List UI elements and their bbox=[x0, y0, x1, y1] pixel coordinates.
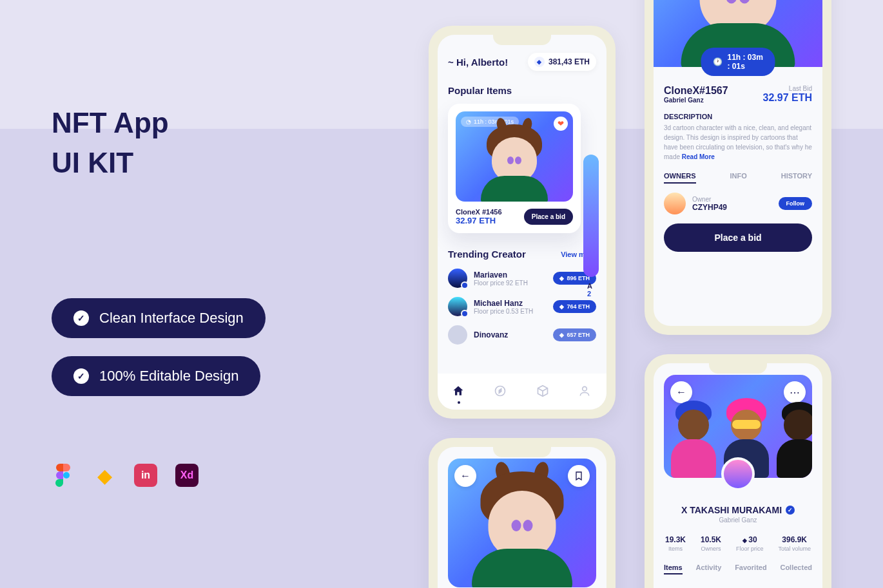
device-profile: ← ⋯ X TAKASHI MURAKAMI ✓ Gabriel Ganz 19… bbox=[645, 354, 831, 588]
device-home: ~ Hi, Alberto! ◆ 381,43 ETH Popular Item… bbox=[429, 26, 616, 419]
feature-pill-1: ✓ Clean Interface Design bbox=[52, 298, 266, 338]
creator-row[interactable]: Mariaven Floor price 92 ETH ◆896 ETH bbox=[448, 269, 596, 288]
sketch-icon: ◆ bbox=[93, 464, 116, 487]
feature-pill-2-label: 100% Editable Design bbox=[99, 368, 238, 384]
description-text: 3d cartoon character with a nice, clean,… bbox=[664, 123, 812, 162]
creator-sub: Floor price 92 ETH bbox=[474, 280, 528, 287]
check-icon: ✓ bbox=[73, 310, 89, 326]
creator-row[interactable]: Michael Hanz Floor price 0.53 ETH ◆764 E… bbox=[448, 297, 596, 316]
follow-button[interactable]: Follow bbox=[779, 197, 813, 210]
nft-title: CloneX #1456 bbox=[456, 208, 502, 216]
creator-sub: Floor price 0.53 ETH bbox=[474, 308, 533, 315]
svg-point-3 bbox=[583, 386, 587, 391]
favorite-button[interactable]: ❤ bbox=[554, 117, 568, 131]
svg-marker-2 bbox=[500, 389, 501, 394]
svg-point-0 bbox=[63, 472, 70, 479]
more-button[interactable]: ⋯ bbox=[784, 381, 806, 403]
creator-row[interactable]: Dinovanz ◆657 ETH bbox=[448, 325, 596, 345]
read-more-link[interactable]: Read More bbox=[682, 153, 715, 160]
nft-card-peek[interactable] bbox=[583, 155, 599, 277]
nft-name: CloneX#1567 bbox=[664, 85, 728, 97]
nft-card-peek-meta: A 2 bbox=[587, 282, 592, 298]
profile-tab-collected[interactable]: Collected bbox=[780, 564, 812, 574]
balance-value: 381,43 ETH bbox=[548, 57, 590, 66]
creator-price: ◆764 ETH bbox=[553, 300, 596, 313]
timer-chip: 🕐 11h : 03m : 01s bbox=[701, 48, 775, 76]
nft-price: 32.97 ETH bbox=[456, 216, 502, 225]
headline-1: NFT App bbox=[52, 103, 335, 143]
xd-icon: Xd bbox=[175, 464, 199, 487]
verified-badge-icon: ✓ bbox=[786, 506, 795, 515]
owner-label: Owner bbox=[692, 196, 727, 203]
stat-value: 10.5K bbox=[701, 535, 721, 544]
clock-icon: ◔ bbox=[466, 119, 471, 125]
nft-artwork bbox=[479, 118, 550, 202]
stat-value: ◆ 30 bbox=[736, 535, 764, 544]
tab-owners[interactable]: OWNERS bbox=[664, 172, 696, 184]
profile-tab-items[interactable]: Items bbox=[664, 564, 683, 574]
nft-card[interactable]: ◔ 11h : 03m : 01s ❤ CloneX #1456 32.97 E… bbox=[448, 104, 581, 233]
creator-avatar bbox=[448, 325, 467, 345]
balance-chip[interactable]: ◆ 381,43 ETH bbox=[528, 53, 596, 71]
creator-avatar bbox=[448, 269, 467, 288]
description-heading: DESCRIPTION bbox=[664, 113, 812, 120]
eth-icon: ◆ bbox=[534, 57, 545, 67]
profile-avatar[interactable] bbox=[721, 457, 755, 491]
trending-heading: Trending Creator bbox=[448, 249, 526, 260]
stat-value: 396.9K bbox=[778, 535, 811, 544]
profile-name: X TAKASHI MURAKAMI ✓ bbox=[664, 505, 812, 515]
creator-name: Dinovanz bbox=[474, 330, 508, 339]
tab-history[interactable]: HISTORY bbox=[781, 172, 812, 184]
tab-profile-icon[interactable] bbox=[578, 384, 592, 399]
owner-row[interactable]: Owner CZYHP49 Follow bbox=[664, 193, 812, 214]
feature-pill-2: ✓ 100% Editable Design bbox=[52, 356, 260, 396]
invision-icon: in bbox=[134, 464, 157, 487]
creator-price: ◆657 ETH bbox=[553, 328, 596, 341]
stat-label: Total volume bbox=[778, 545, 811, 552]
tab-info[interactable]: INFO bbox=[730, 172, 746, 184]
stat-label: Items bbox=[665, 545, 686, 552]
profile-stats: 19.3KItems 10.5KOwners ◆ 30Floor price 3… bbox=[664, 535, 812, 552]
profile-tab-activity[interactable]: Activity bbox=[696, 564, 722, 574]
back-button[interactable]: ← bbox=[670, 381, 692, 403]
last-bid-label: Last Bid bbox=[763, 85, 812, 92]
last-bid-value: 32.97 ETH bbox=[763, 92, 812, 104]
tab-box-icon[interactable] bbox=[536, 384, 550, 399]
owner-name: CZYHP49 bbox=[692, 203, 727, 212]
tab-bar bbox=[438, 374, 606, 410]
greeting: ~ Hi, Alberto! bbox=[448, 57, 508, 68]
creator-avatar bbox=[448, 297, 467, 316]
device-preview: ← bbox=[429, 438, 616, 588]
popular-heading: Popular Items bbox=[448, 85, 596, 96]
nft-creator: Gabriel Ganz bbox=[664, 97, 728, 104]
creator-name: Mariaven bbox=[474, 270, 528, 280]
nft-artwork bbox=[469, 462, 576, 587]
device-detail: 🕐 11h : 03m : 01s CloneX#1567 Gabriel Ga… bbox=[645, 0, 831, 335]
figma-icon bbox=[52, 464, 75, 487]
creator-name: Michael Hanz bbox=[474, 299, 533, 308]
feature-pill-1-label: Clean Interface Design bbox=[99, 310, 244, 327]
tab-home-icon[interactable] bbox=[452, 384, 466, 399]
timer-value: 11h : 03m : 01s bbox=[728, 53, 764, 71]
headline-2: UI KIT bbox=[52, 143, 335, 183]
tab-explore-icon[interactable] bbox=[494, 384, 508, 399]
clock-icon: 🕐 bbox=[713, 57, 723, 66]
check-icon: ✓ bbox=[73, 368, 89, 384]
owner-avatar bbox=[664, 193, 686, 214]
place-bid-button[interactable]: Place a bid bbox=[664, 223, 812, 252]
profile-subtitle: Gabriel Ganz bbox=[664, 517, 812, 524]
nft-hero: ← bbox=[448, 459, 596, 587]
place-bid-button[interactable]: Place a bid bbox=[524, 209, 573, 225]
profile-tab-favorited[interactable]: Favorited bbox=[735, 564, 767, 574]
stat-label: Owners bbox=[701, 545, 721, 552]
stat-label: Floor price bbox=[736, 545, 764, 552]
stat-value: 19.3K bbox=[665, 535, 686, 544]
